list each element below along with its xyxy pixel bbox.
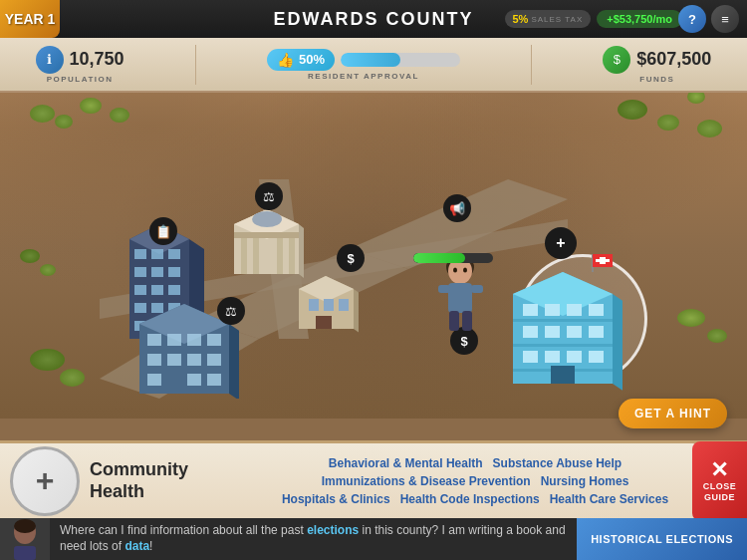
cross-marker[interactable]: +: [545, 227, 577, 259]
menu-button[interactable]: ≡: [711, 5, 739, 33]
funds-label: FUNDS: [639, 75, 674, 84]
svg-rect-68: [567, 351, 582, 363]
svg-rect-48: [207, 354, 221, 366]
svg-rect-83: [462, 311, 472, 331]
svg-rect-49: [147, 374, 161, 386]
community-links: Behavioral & Mental Health Substance Abu…: [203, 456, 747, 506]
svg-rect-47: [187, 354, 201, 366]
svg-rect-41: [147, 334, 161, 346]
link-health-code-inspections[interactable]: Health Code Inspections: [400, 492, 540, 506]
dollar-marker[interactable]: $: [337, 244, 365, 272]
scale-marker[interactable]: ⚖: [255, 182, 283, 210]
doc-marker[interactable]: 📋: [149, 217, 177, 245]
svg-rect-82: [449, 311, 459, 331]
svg-rect-27: [277, 234, 283, 274]
help-button[interactable]: ?: [678, 5, 706, 33]
svg-rect-79: [448, 283, 472, 313]
svg-rect-11: [134, 267, 146, 277]
county-name: EDWARDS COUNTY: [273, 9, 473, 30]
links-row-2: Immunizations & Disease Prevention Nursi…: [322, 474, 629, 488]
scale-marker-2[interactable]: ⚖: [217, 297, 245, 325]
population-label: POPULATION: [47, 75, 114, 84]
svg-rect-28: [289, 234, 295, 274]
cross-symbol: +: [36, 462, 55, 499]
hint-button[interactable]: GET A HINT: [619, 399, 727, 428]
svg-rect-70: [551, 366, 575, 384]
svg-rect-13: [168, 267, 180, 277]
svg-rect-12: [151, 267, 163, 277]
population-stat: ℹ 10,750 POPULATION: [36, 46, 124, 84]
avatar: [4, 518, 46, 560]
svg-marker-53: [613, 294, 622, 394]
income-badge: +$53,750/mo: [597, 10, 682, 28]
building-bottom-left: [129, 279, 239, 403]
links-row-3: Hospitals & Clinics Health Code Inspecti…: [282, 492, 668, 506]
svg-rect-91: [14, 546, 36, 560]
link-health-care-services[interactable]: Health Care Services: [550, 492, 668, 506]
link-immunizations[interactable]: Immunizations & Disease Prevention: [322, 474, 531, 488]
svg-rect-44: [207, 334, 221, 346]
close-guide-button[interactable]: ✕ CLOSEGUIDE: [692, 441, 747, 521]
data-highlight: data: [124, 539, 149, 553]
svg-rect-80: [438, 285, 450, 293]
svg-rect-60: [567, 304, 582, 316]
svg-rect-64: [567, 326, 582, 338]
svg-marker-23: [299, 224, 304, 282]
bottom-status-bar: Where can I find information about all t…: [0, 518, 747, 560]
approval-pct: 50%: [299, 52, 325, 67]
funds-stat: $ $607,500 FUNDS: [603, 46, 711, 84]
historical-elections-button[interactable]: HISTORICAL ELECTIONS: [577, 518, 747, 560]
svg-rect-8: [134, 249, 146, 259]
year-label: YEAR 1: [5, 11, 56, 27]
stats-bar: ℹ 10,750 POPULATION 👍 50% RESIDENT APPRO…: [0, 38, 747, 93]
top-right-badges: 5% SALES TAX +$53,750/mo: [505, 10, 683, 28]
sales-tax-pct: 5%: [513, 13, 529, 25]
link-nursing-homes[interactable]: Nursing Homes: [541, 474, 629, 488]
svg-rect-59: [545, 304, 560, 316]
svg-marker-32: [354, 289, 359, 334]
sales-tax-badge: 5% SALES TAX: [505, 10, 592, 28]
link-hospitals-clinics[interactable]: Hospitals & Clinics: [282, 492, 390, 506]
character-progress-bar: [413, 253, 493, 263]
divider: [195, 45, 196, 85]
building-hospital[interactable]: [503, 254, 622, 398]
approval-pill: 👍 50%: [267, 49, 335, 71]
svg-rect-74: [596, 259, 610, 262]
sales-tax-label: SALES TAX: [531, 15, 583, 24]
svg-rect-35: [324, 299, 334, 311]
svg-rect-69: [589, 351, 604, 363]
population-value: 10,750: [70, 49, 124, 70]
svg-rect-58: [523, 304, 538, 316]
link-substance-abuse[interactable]: Substance Abuse Help: [493, 456, 622, 470]
svg-rect-45: [147, 354, 161, 366]
approval-label: RESIDENT APPROVAL: [308, 72, 419, 81]
svg-rect-42: [167, 334, 181, 346]
svg-rect-43: [187, 334, 201, 346]
funds-icon: $: [603, 46, 630, 74]
svg-marker-39: [229, 324, 239, 399]
status-text: Where can I find information about all t…: [50, 523, 577, 554]
svg-point-78: [463, 268, 467, 273]
community-icon: +: [10, 446, 80, 516]
svg-rect-36: [339, 299, 349, 311]
community-label: Community Health: [90, 459, 188, 502]
avatar-area: [0, 518, 50, 560]
close-x-icon: ✕: [710, 459, 729, 481]
svg-rect-29: [234, 232, 299, 238]
approval-stat: 👍 50% RESIDENT APPROVAL: [267, 49, 460, 81]
elections-highlight: elections: [307, 523, 359, 537]
svg-rect-51: [207, 374, 221, 386]
year-badge: YEAR 1: [0, 0, 60, 38]
svg-rect-46: [167, 354, 181, 366]
close-guide-label: CLOSEGUIDE: [703, 481, 737, 503]
link-behavioral-mental-health[interactable]: Behavioral & Mental Health: [329, 456, 483, 470]
top-icon-buttons: ? ≡: [678, 5, 739, 33]
top-bar: YEAR 1 EDWARDS COUNTY 5% SALES TAX +$53,…: [0, 0, 747, 38]
svg-rect-67: [545, 351, 560, 363]
funds-value: $607,500: [636, 49, 711, 70]
megaphone-marker[interactable]: 📢: [443, 194, 471, 222]
svg-rect-25: [241, 234, 247, 274]
links-row-1: Behavioral & Mental Health Substance Abu…: [329, 456, 622, 470]
svg-rect-34: [309, 299, 319, 311]
svg-rect-50: [187, 374, 201, 386]
